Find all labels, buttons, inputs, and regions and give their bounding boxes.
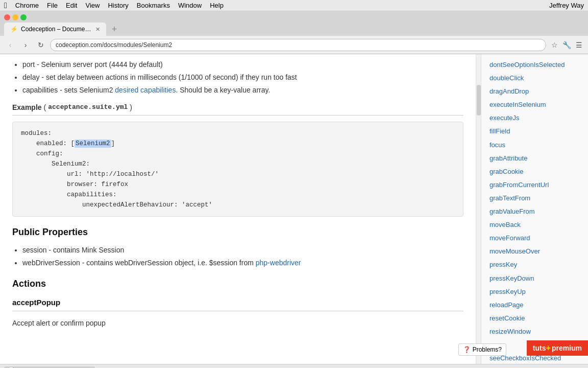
code-block: modules: enabled: [Selenium2] config: Se…: [12, 122, 463, 217]
menu-history[interactable]: History: [108, 2, 128, 9]
sidebar-link-grabTextFrom[interactable]: grabTextFrom: [481, 192, 588, 205]
sidebar: dontSeeOptionIsSelected doubleClick drag…: [481, 54, 588, 364]
code-line-5: url: 'http://localhost/': [21, 169, 455, 179]
sidebar-link-doubleClick[interactable]: doubleClick: [481, 72, 588, 85]
doc-area: port - Selenium server port (4444 by def…: [0, 54, 476, 364]
accept-popup-heading: acceptPopup: [12, 296, 463, 309]
toolbar-icons: ☆ 🔧 ☰: [549, 40, 584, 50]
actions-heading: Actions: [12, 277, 463, 291]
main-scrollbar[interactable]: [476, 54, 481, 364]
code-line-2: enabled: [Selenium2]: [21, 139, 455, 149]
sidebar-link-moveMouseOver[interactable]: moveMouseOver: [481, 245, 588, 258]
tuts-premium: premium: [552, 344, 582, 352]
desired-capabilities-link[interactable]: desired capabilities: [115, 86, 176, 94]
sidebar-link-grabValueFrom[interactable]: grabValueFrom: [481, 205, 588, 218]
sidebar-link-dontSeeOptionIsSelected[interactable]: dontSeeOptionIsSelected: [481, 58, 588, 72]
sidebar-link-grabFromCurrentUrl[interactable]: grabFromCurrentUrl: [481, 178, 588, 192]
sidebar-link-pressKeyUp[interactable]: pressKeyUp: [481, 285, 588, 298]
sidebar-link-executeInSelenium[interactable]: executeInSelenium: [481, 98, 588, 111]
code-line-7: capabilities:: [21, 190, 455, 200]
sidebar-link-pressKey[interactable]: pressKey: [481, 258, 588, 271]
tuts-plus: +: [546, 343, 551, 353]
accept-popup-desc: Accept alert or confirm popup: [12, 317, 463, 329]
public-props-list: session - contains Mink Session webDrive…: [12, 245, 463, 268]
menu-window[interactable]: Window: [178, 2, 202, 9]
menu-edit[interactable]: Edit: [66, 2, 77, 9]
public-props-heading: Public Properties: [12, 225, 463, 240]
code-line-4: Selenium2:: [21, 159, 455, 169]
menu-user[interactable]: Jeffrey Way: [549, 2, 584, 9]
tab-bar: ⚡ Codeception – Documenta... ✕ +: [4, 22, 584, 36]
sidebar-link-moveForward[interactable]: moveForward: [481, 232, 588, 245]
sidebar-link-fillField[interactable]: fillField: [481, 125, 588, 138]
page-content: port - Selenium server port (4444 by def…: [0, 54, 588, 364]
extensions-icon[interactable]: 🔧: [561, 40, 572, 50]
sidebar-link-grabCookie[interactable]: grabCookie: [481, 165, 588, 178]
window-close-btn[interactable]: [4, 14, 10, 20]
sidebar-link-dragAndDrop[interactable]: dragAndDrop: [481, 85, 588, 98]
menu-bar:  Chrome File Edit View History Bookmark…: [0, 0, 588, 11]
sidebar-link-reloadPage[interactable]: reloadPage: [481, 298, 588, 312]
menu-file[interactable]: File: [47, 2, 58, 9]
menu-view[interactable]: View: [85, 2, 100, 9]
tab-close-button[interactable]: ✕: [95, 26, 100, 33]
browser-chrome: ⚡ Codeception – Documenta... ✕ +: [0, 11, 588, 36]
sidebar-link-focus[interactable]: focus: [481, 139, 588, 152]
menu-icon[interactable]: ☰: [574, 40, 584, 50]
sidebar-link-moveBack[interactable]: moveBack: [481, 218, 588, 232]
active-tab[interactable]: ⚡ Codeception – Documenta... ✕: [4, 22, 106, 36]
sidebar-link-resetCookie[interactable]: resetCookie: [481, 312, 588, 325]
code-line-1: modules:: [21, 128, 455, 139]
config-bullet-list: port - Selenium server port (4444 by def…: [12, 59, 463, 96]
tuts-text: tuts: [533, 344, 546, 352]
list-item-port: port - Selenium server port (4444 by def…: [22, 59, 463, 70]
selenium2-highlight: Selenium2: [75, 140, 111, 148]
list-item-capabilities: capabilities - sets Selenium2 desired ca…: [22, 85, 463, 96]
code-line-3: config:: [21, 149, 455, 159]
toolbar: ‹ › ↻ codeception.com/docs/modules/Selen…: [0, 36, 588, 54]
window-maximize-btn[interactable]: [20, 14, 27, 20]
tab-favicon: ⚡: [10, 26, 18, 33]
sidebar-link-resizeWindow[interactable]: resizeWindow: [481, 325, 588, 338]
code-line-6: browser: firefox: [21, 179, 455, 190]
menu-bookmarks[interactable]: Bookmarks: [137, 2, 170, 9]
tuts-banner[interactable]: tuts+ premium: [527, 340, 588, 356]
code-line-8: unexpectedAlertBehaviour: 'accept': [21, 200, 455, 210]
scrollbar-thumb[interactable]: [477, 85, 481, 116]
sidebar-link-grabAttribute[interactable]: grabAttribute: [481, 152, 588, 165]
reload-button[interactable]: ↻: [35, 39, 47, 51]
accept-popup-divider: [12, 311, 463, 311]
example-heading: Example ( acceptance.suite.yml ): [12, 102, 463, 113]
bookmark-icon[interactable]: ☆: [549, 40, 559, 50]
example-divider: [12, 115, 463, 116]
list-item-session: session - contains Mink Session: [22, 245, 463, 256]
problems-icon: ❓: [463, 346, 471, 353]
tab-title: Codeception – Documenta...: [21, 26, 92, 33]
menu-help[interactable]: Help: [210, 2, 224, 9]
forward-button[interactable]: ›: [19, 39, 32, 51]
problems-button[interactable]: ❓ Problems?: [458, 343, 506, 356]
apple-menu[interactable]: : [4, 1, 7, 10]
bottom-bar: 📄 selenium-server-stand...jar ▼: [0, 364, 588, 368]
menu-chrome[interactable]: Chrome: [15, 2, 39, 9]
list-item-webdriver: webDriverSession - contains webDriverSes…: [22, 258, 463, 268]
sidebar-link-pressKeyDown[interactable]: pressKeyDown: [481, 272, 588, 285]
url-text: codeception.com/docs/modules/Selenium2: [56, 41, 541, 49]
window-minimize-btn[interactable]: [12, 14, 18, 20]
new-tab-button[interactable]: +: [107, 22, 121, 36]
sidebar-link-executeJs[interactable]: executeJs: [481, 111, 588, 125]
back-button[interactable]: ‹: [4, 39, 16, 51]
php-webdriver-link[interactable]: php-webdriver: [256, 259, 301, 267]
address-bar[interactable]: codeception.com/docs/modules/Selenium2: [50, 39, 546, 51]
list-item-delay: delay - set delay between actions in mil…: [22, 72, 463, 83]
problems-label: Problems?: [473, 346, 502, 353]
